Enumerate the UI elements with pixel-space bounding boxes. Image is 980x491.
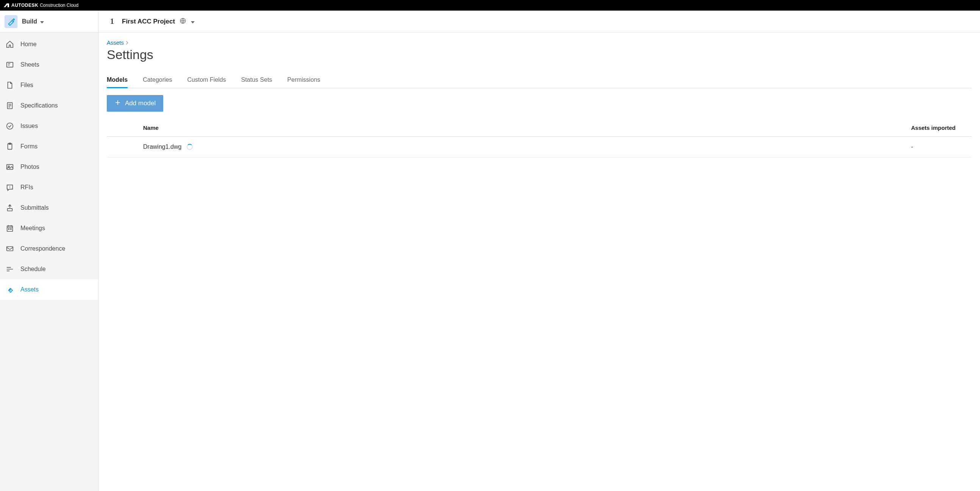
issues-icon [5,122,14,130]
project-avatar-icon: 1 [108,17,117,26]
project-name-label: First ACC Project [122,18,175,25]
models-table: Name Assets imported Drawing1.dwg - [107,119,972,157]
sidebar-item-sheets[interactable]: Sheets [0,54,98,75]
caret-down-icon [40,19,44,25]
photos-icon [5,162,14,172]
header-bar: Build 1 First ACC Project [0,11,980,33]
chevron-right-icon [125,40,128,46]
home-icon [5,40,14,49]
svg-rect-13 [7,247,13,251]
sidebar-item-forms[interactable]: Forms [0,136,98,157]
sidebar-item-label: Files [21,82,33,89]
svg-rect-10 [7,226,13,232]
globe-icon [180,17,186,25]
svg-point-11 [8,228,10,229]
brand-name-light: Construction Cloud [40,3,78,8]
sidebar-nav: Home Sheets Files Specifications Issues [0,33,99,491]
settings-tabs: Models Categories Custom Fields Status S… [107,73,972,88]
brand-name-bold: AUTODESK [11,3,38,8]
sidebar-item-label: Meetings [21,225,45,232]
schedule-icon [5,265,14,274]
sidebar-item-label: Photos [21,164,40,170]
correspondence-icon [5,244,14,253]
sidebar-item-meetings[interactable]: Meetings [0,218,98,238]
specifications-icon [5,101,14,110]
plus-icon [115,99,121,108]
svg-rect-9 [8,208,13,211]
table-header-row: Name Assets imported [107,119,972,137]
sidebar-item-label: Correspondence [21,245,65,252]
sidebar-item-correspondence[interactable]: Correspondence [0,238,98,259]
table-header-name[interactable]: Name [143,124,911,131]
content-area: Assets Settings Models Categories Custom… [99,33,980,491]
model-filename: Drawing1.dwg [143,143,181,150]
global-top-bar: AUTODESK Construction Cloud [0,0,980,11]
meetings-icon [5,224,14,233]
build-product-icon [5,15,18,28]
sidebar-item-label: RFIs [21,184,33,191]
sidebar-item-label: Forms [21,143,38,150]
add-model-label: Add model [125,100,156,107]
product-switcher[interactable]: Build [0,11,99,32]
sidebar-item-assets[interactable]: Assets [0,280,98,300]
sheets-icon [5,60,14,69]
sidebar-item-schedule[interactable]: Schedule [0,259,98,280]
sidebar-item-label: Submittals [21,205,49,211]
sidebar-item-label: Assets [21,286,39,293]
sidebar-item-label: Specifications [21,102,58,109]
loading-spinner-icon [187,144,193,150]
sidebar-item-photos[interactable]: Photos [0,157,98,177]
sidebar-item-specifications[interactable]: Specifications [0,95,98,116]
add-model-button[interactable]: Add model [107,95,163,112]
project-selector[interactable]: 1 First ACC Project [99,11,204,32]
sidebar-item-home[interactable]: Home [0,34,98,54]
assets-icon [5,285,14,294]
sidebar-item-files[interactable]: Files [0,75,98,95]
tab-status-sets[interactable]: Status Sets [241,73,272,88]
sidebar-item-label: Issues [21,123,38,129]
sidebar-item-issues[interactable]: Issues [0,116,98,136]
table-cell-assets-imported: - [911,143,972,150]
tab-models[interactable]: Models [107,73,127,88]
files-icon [5,81,14,90]
table-header-assets-imported[interactable]: Assets imported [911,124,972,131]
forms-icon [5,142,14,151]
product-name-label: Build [22,18,37,25]
svg-point-3 [7,123,13,129]
table-row[interactable]: Drawing1.dwg - [107,137,972,157]
submittals-icon [5,203,14,212]
table-cell-name: Drawing1.dwg [143,143,911,150]
tab-custom-fields[interactable]: Custom Fields [188,73,226,88]
sidebar-item-rfis[interactable]: RFIs [0,177,98,198]
sidebar-item-label: Sheets [21,61,40,68]
breadcrumb: Assets [107,40,972,46]
breadcrumb-link-assets[interactable]: Assets [107,40,124,46]
caret-down-icon [191,19,195,25]
svg-point-8 [10,187,10,188]
page-title: Settings [107,47,972,62]
sidebar-item-submittals[interactable]: Submittals [0,198,98,218]
tab-permissions[interactable]: Permissions [287,73,320,88]
sidebar-item-label: Schedule [21,266,46,273]
tab-categories[interactable]: Categories [143,73,172,88]
table-header-spacer [107,124,143,131]
svg-rect-1 [7,62,13,67]
rfis-icon [5,183,14,192]
sidebar-item-label: Home [21,41,37,48]
main-layout: Home Sheets Files Specifications Issues [0,33,980,491]
svg-point-12 [10,228,11,229]
autodesk-logo-icon [4,3,9,7]
